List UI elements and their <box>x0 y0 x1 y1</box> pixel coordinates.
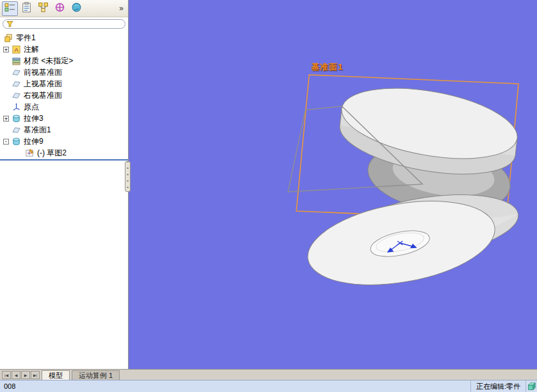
filter-row <box>0 17 128 31</box>
featuremanager-tree-tab[interactable] <box>2 1 18 16</box>
tree-item-label: 右视基准面 <box>23 90 62 101</box>
material-icon <box>11 56 21 66</box>
tree-filter-input[interactable] <box>3 19 125 29</box>
extrude-icon <box>11 136 21 146</box>
propertymanager-tab[interactable] <box>19 1 35 16</box>
tree-item-label: 基准面1 <box>23 125 51 136</box>
plane-icon <box>11 67 21 77</box>
graphics-area[interactable]: 基准面1 <box>129 0 537 369</box>
filter-funnel-icon <box>6 19 13 30</box>
tree-item-label: 拉伸3 <box>23 113 44 124</box>
plane-icon <box>11 125 21 135</box>
panel-splitter-handle[interactable] <box>125 161 131 192</box>
featuremanager-tree-icon <box>4 2 15 15</box>
configurationmanager-tab[interactable] <box>35 1 51 16</box>
tree-item-label: 材质 <未指定> <box>23 56 73 67</box>
panel-split-divider[interactable] <box>0 159 128 161</box>
tab-scroll-last-button[interactable]: ▶| <box>31 371 40 379</box>
tab-scroll-first-button[interactable]: |◀ <box>2 371 11 379</box>
propertymanager-icon <box>21 2 32 15</box>
tab-motion-study-1[interactable]: 运动算例 1 <box>72 370 120 380</box>
tree-item-extrude3[interactable]: + 拉伸3 <box>0 113 128 124</box>
tab-scroll-prev-button[interactable]: ◀ <box>12 371 20 379</box>
plane-icon <box>11 90 21 100</box>
tree-item-extrude9[interactable]: - 拉伸9 <box>0 136 128 147</box>
study-tab-bar: |◀ ◀ ▶ ▶| 模型 运动算例 1 <box>0 369 537 380</box>
panel-tab-toolbar: » <box>0 0 128 17</box>
expand-toggle[interactable]: + <box>3 116 9 122</box>
tree-item-top-plane[interactable]: 上视基准面 <box>0 78 128 90</box>
displaymanager-tab[interactable] <box>68 1 84 16</box>
status-mode-icon <box>525 380 537 392</box>
status-bar: 008 正在编辑:零件 <box>0 380 537 392</box>
toolbar-overflow-button[interactable]: » <box>116 4 126 13</box>
extrude-icon <box>11 113 21 123</box>
tab-motion-study-label: 运动算例 1 <box>79 371 113 380</box>
status-left-text: 008 <box>0 382 19 390</box>
svg-text:A: A <box>14 47 19 53</box>
tree-item-origin[interactable]: 原点 <box>0 101 128 113</box>
tree-item-part[interactable]: 零件1 <box>0 32 128 43</box>
tree-item-label: 拉伸9 <box>23 136 44 147</box>
displaymanager-icon <box>71 2 82 15</box>
tree-item-label: 原点 <box>23 102 39 113</box>
tab-model-label: 模型 <box>49 371 63 380</box>
annotations-icon: A <box>11 44 21 54</box>
solidworks-window: » 零件1 <box>0 0 537 392</box>
tree-item-sketch2[interactable]: (-) 草图2 <box>0 147 128 159</box>
configurationmanager-icon <box>38 2 49 15</box>
tree-item-material[interactable]: 材质 <未指定> <box>0 55 128 67</box>
featuremanager-tree: 零件1 + A 注解 <box>0 31 128 159</box>
tree-item-label: 上视基准面 <box>23 79 62 90</box>
origin-icon <box>11 102 21 112</box>
tab-model[interactable]: 模型 <box>42 370 70 380</box>
plane-icon <box>11 79 21 89</box>
tab-scroll-next-button[interactable]: ▶ <box>21 371 30 379</box>
part-icon <box>3 33 13 43</box>
model-3d <box>129 0 537 369</box>
tree-item-front-plane[interactable]: 前视基准面 <box>0 67 128 78</box>
tree-item-label: 零件1 <box>15 33 36 43</box>
tree-item-label: 注解 <box>23 44 39 55</box>
status-editing-text: 正在编辑:零件 <box>470 380 525 392</box>
datum-plane-label[interactable]: 基准面1 <box>311 61 343 73</box>
featuremanager-panel: » 零件1 <box>0 0 129 369</box>
tree-item-annotations[interactable]: + A 注解 <box>0 43 128 55</box>
tree-item-plane1[interactable]: 基准面1 <box>0 124 128 136</box>
tree-item-label: 前视基准面 <box>23 67 62 78</box>
tree-item-right-plane[interactable]: 右视基准面 <box>0 90 128 101</box>
expand-toggle[interactable]: + <box>3 47 9 52</box>
expand-toggle[interactable]: - <box>3 139 9 145</box>
tree-item-label: (-) 草图2 <box>36 148 67 159</box>
sketch-icon <box>24 148 35 158</box>
dimxpertmanager-tab[interactable] <box>52 1 68 16</box>
dimxpertmanager-icon <box>54 2 65 15</box>
